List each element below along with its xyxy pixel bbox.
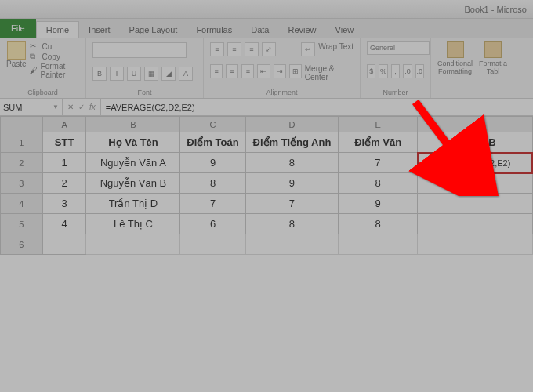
fx-button[interactable]: fx xyxy=(89,103,96,111)
format-as-table-button[interactable]: Format a Tabl xyxy=(479,41,507,75)
cell[interactable] xyxy=(418,234,532,255)
select-all-button[interactable] xyxy=(1,117,43,132)
cell[interactable]: STT xyxy=(42,132,86,153)
tab-insert[interactable]: Insert xyxy=(79,22,120,38)
align-left-button[interactable]: ≡ xyxy=(210,64,223,78)
percent-button[interactable]: % xyxy=(379,64,387,78)
row-header[interactable]: 1 xyxy=(1,132,43,153)
cut-button[interactable]: ✂Cut xyxy=(30,42,79,51)
bold-button[interactable]: B xyxy=(92,67,107,81)
align-bot-button[interactable]: ≡ xyxy=(245,42,259,56)
cell[interactable] xyxy=(418,214,532,234)
cell[interactable]: Điểm Toán xyxy=(180,132,245,153)
formula-input[interactable]: =AVERAGE(C2,D2,E2) xyxy=(101,99,533,115)
name-box[interactable]: ▼ xyxy=(0,99,63,115)
cell[interactable] xyxy=(180,234,245,255)
wrap-text-button[interactable]: Wrap Text xyxy=(318,42,354,56)
dec-decimal-button[interactable]: .0 xyxy=(415,64,424,78)
cell[interactable]: 2 xyxy=(42,173,86,194)
cell[interactable]: 9 xyxy=(245,173,339,194)
cancel-formula-button[interactable]: ✕ xyxy=(67,103,74,111)
cell[interactable] xyxy=(418,194,532,214)
worksheet[interactable]: A B C D E F 1 STT Họ Và Tên Điểm Toán Đi… xyxy=(0,116,533,255)
group-styles: Conditional Formatting Format a Tabl xyxy=(431,38,513,98)
col-header-b[interactable]: B xyxy=(86,117,180,132)
cell[interactable]: 9 xyxy=(339,194,418,214)
active-cell-f2[interactable]: =AVERAGE(C2,D2,E2) xyxy=(418,153,532,173)
row-header[interactable]: 2 xyxy=(1,153,43,173)
tab-review[interactable]: Review xyxy=(278,22,325,38)
cell[interactable]: Họ Và Tên xyxy=(86,132,180,153)
cell[interactable]: 8 xyxy=(180,173,245,194)
row-header[interactable]: 4 xyxy=(1,194,43,214)
cell[interactable]: 8 xyxy=(245,214,339,234)
tab-view[interactable]: View xyxy=(326,22,364,38)
border-button[interactable]: ▦ xyxy=(144,67,158,81)
cell[interactable] xyxy=(339,234,418,255)
align-center-button[interactable]: ≡ xyxy=(226,64,238,78)
cell[interactable]: Điểm Tiếng Anh xyxy=(245,132,339,153)
tab-file[interactable]: File xyxy=(0,19,36,38)
align-top-button[interactable]: ≡ xyxy=(210,42,224,56)
cell[interactable]: Nguyễn Văn B xyxy=(86,173,180,194)
col-header-c[interactable]: C xyxy=(180,117,245,132)
tab-formulas[interactable]: Formulas xyxy=(187,22,241,38)
tab-page-layout[interactable]: Page Layout xyxy=(120,22,187,38)
row-header[interactable]: 6 xyxy=(1,234,43,255)
comma-button[interactable]: , xyxy=(391,64,400,78)
cell[interactable] xyxy=(42,234,86,255)
font-family-select[interactable] xyxy=(92,42,187,58)
orientation-button[interactable]: ⤢ xyxy=(262,42,276,56)
currency-button[interactable]: $ xyxy=(367,64,375,78)
title-bar: Book1 - Microso xyxy=(0,0,533,19)
cell[interactable]: 8 xyxy=(339,214,418,234)
fill-color-button[interactable]: ◢ xyxy=(161,67,176,81)
cell[interactable]: 8 xyxy=(339,173,418,194)
cell[interactable]: 8 xyxy=(245,153,339,173)
table-icon xyxy=(484,41,502,58)
cell[interactable] xyxy=(418,173,532,194)
col-header-e[interactable]: E xyxy=(339,117,418,132)
row-header[interactable]: 5 xyxy=(1,214,43,234)
scissors-icon: ✂ xyxy=(30,42,39,51)
cell[interactable]: Điểm TB xyxy=(418,132,532,153)
cell[interactable]: 7 xyxy=(339,153,418,173)
copy-button[interactable]: ⧉Copy xyxy=(30,52,79,61)
font-color-button[interactable]: A xyxy=(179,67,193,81)
cell[interactable]: 1 xyxy=(42,153,86,173)
cell[interactable]: Trần Thị D xyxy=(86,194,180,214)
cell[interactable]: Điểm Văn xyxy=(339,132,418,153)
cell[interactable] xyxy=(86,234,180,255)
accept-formula-button[interactable]: ✓ xyxy=(78,103,85,111)
tab-home[interactable]: Home xyxy=(36,21,79,38)
cell[interactable]: Lê Thị C xyxy=(86,214,180,234)
tab-data[interactable]: Data xyxy=(241,22,278,38)
number-format-select[interactable]: General xyxy=(367,41,430,55)
conditional-formatting-button[interactable]: Conditional Formatting xyxy=(437,41,473,75)
cell[interactable] xyxy=(245,234,339,255)
cell[interactable]: 7 xyxy=(245,194,339,214)
cell[interactable]: Nguyễn Văn A xyxy=(86,153,180,173)
indent-inc-button[interactable]: ⇥ xyxy=(274,64,286,78)
ribbon-tabs: File Home Insert Page Layout Formulas Da… xyxy=(0,19,533,38)
inc-decimal-button[interactable]: .0 xyxy=(403,64,412,78)
format-painter-button[interactable]: 🖌Format Painter xyxy=(30,62,79,79)
cell[interactable]: 6 xyxy=(180,214,245,234)
col-header-f[interactable]: F xyxy=(418,117,532,132)
row-header[interactable]: 3 xyxy=(1,173,43,194)
align-mid-button[interactable]: ≡ xyxy=(227,42,241,56)
cell[interactable]: 3 xyxy=(42,194,86,214)
col-header-d[interactable]: D xyxy=(245,117,339,132)
name-box-input[interactable] xyxy=(3,103,53,112)
cell[interactable]: 7 xyxy=(180,194,245,214)
indent-dec-button[interactable]: ⇤ xyxy=(257,64,270,78)
align-right-button[interactable]: ≡ xyxy=(241,64,254,78)
underline-button[interactable]: U xyxy=(127,67,141,81)
paste-button[interactable]: Paste xyxy=(6,41,27,80)
chevron-down-icon[interactable]: ▼ xyxy=(53,103,59,111)
cell[interactable]: 9 xyxy=(180,153,245,173)
italic-button[interactable]: I xyxy=(110,67,124,81)
cell[interactable]: 4 xyxy=(42,214,86,234)
merge-center-button[interactable]: Merge & Center xyxy=(305,64,354,82)
col-header-a[interactable]: A xyxy=(42,117,86,132)
